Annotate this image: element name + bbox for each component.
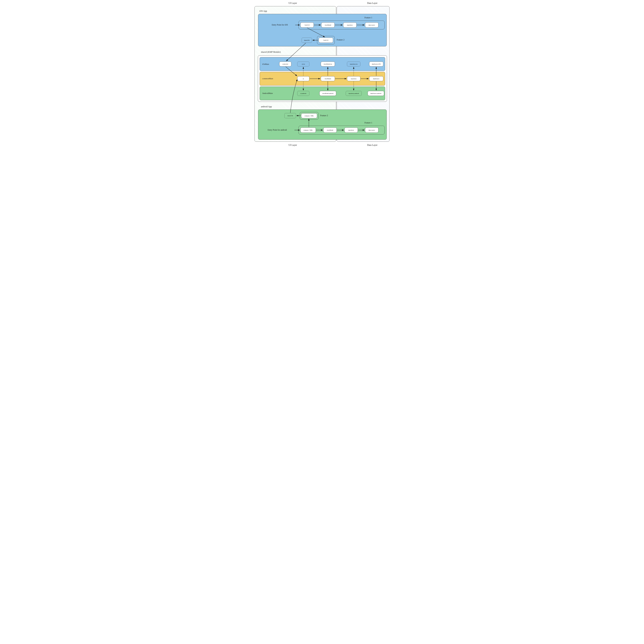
android-app-container [258,109,387,140]
node-ios-sharedlib: shared lib [302,38,312,43]
node-datasource-android: dataSource.android [368,91,384,96]
header-data-layer-bottom: Data Layer [367,144,377,146]
ios-entry-label: Entry Point for iOS [272,24,288,26]
node-viewmodel: viewModel [321,76,335,81]
ios-feature2-label: Feature 2 [337,39,344,41]
node-android-viewmodel: viewModel [323,128,337,133]
ios-app-title: iOS App [259,10,267,12]
node-viewmodel-ios: viewModel.ios [321,62,335,66]
node-ui-ios: ui.ios [297,62,309,66]
node-ios-datasource: data source [365,22,378,28]
node-ui-android: ui.android [297,91,309,96]
node-ios-swiftui2: Swift UI [319,38,333,43]
node-datasource: dataSource [369,76,383,81]
node-android-sharedlib: shared lib [284,113,296,118]
node-viewmodel-android: viewModel.android [319,91,336,96]
node-repository-android: repository.android [346,91,362,96]
node-repository: repository [347,76,360,81]
android-feature1-label: Feature 1 [365,122,372,124]
android-entry-label: Entry Point for android [268,129,287,131]
header-data-layer-top: Data Layer [367,2,377,5]
header-ui-layer-bottom: UI Layer [289,144,297,146]
androidmain-label: AndroidMain [262,92,273,94]
shared-title: shared (KMP Module) [261,51,281,53]
node-android-compose2: compose / XML [301,113,317,118]
commonmain-label: commonMain [262,78,273,80]
node-controller: controoler [279,62,291,66]
diagram-canvas: UI Layer Data Layer iOS App Feature 1 En… [254,0,390,148]
node-repository-ios: repository.ios [347,62,360,66]
node-ui: ui [297,76,309,81]
node-ios-viewmodel: viewModel [321,22,335,28]
ios-feature1-label: Feature 1 [365,16,372,19]
node-ios-swiftui: Swift UI [300,22,314,28]
node-ios-repository: repository [343,22,357,28]
node-android-datasource: data source [365,128,378,133]
android-feature2-label: Feature 2 [320,114,328,117]
node-android-repository: repository [344,128,358,133]
node-android-compose: compose / XML [300,128,316,133]
iosmain-label: iOsMain [262,63,269,65]
node-datasource-ios: dataSource.iOS [369,62,383,66]
android-app-title: android App [261,105,272,108]
header-ui-layer-top: UI Layer [289,2,297,5]
